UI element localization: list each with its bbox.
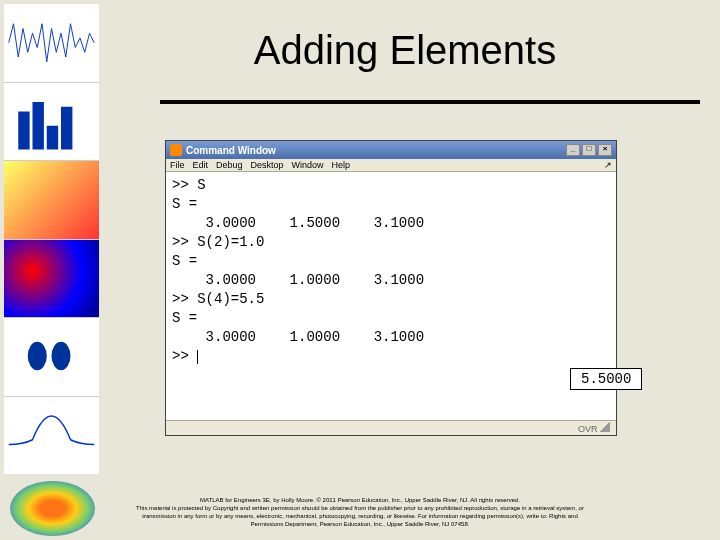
thumb-surface-plot — [4, 161, 99, 240]
thumb-sinc-plot — [4, 397, 99, 475]
thumb-density-plot — [4, 318, 99, 397]
svg-rect-3 — [33, 102, 44, 150]
cursor-icon — [197, 350, 198, 364]
cmd-line: >> S — [172, 176, 610, 195]
footer-line: transmission in any form or by any means… — [20, 512, 700, 520]
window-title: Command Window — [186, 145, 564, 156]
prompt-line: >> — [172, 347, 610, 366]
output-line: S = — [172, 252, 610, 271]
thumb-signal-plot — [4, 4, 99, 83]
matlab-icon — [170, 144, 182, 156]
svg-rect-5 — [61, 106, 72, 149]
output-line: S = — [172, 309, 610, 328]
svg-rect-4 — [47, 125, 58, 149]
close-button[interactable]: × — [598, 144, 612, 156]
footer-line: This material is protected by Copyright … — [20, 504, 700, 512]
status-ovr: OVR — [578, 424, 598, 434]
command-content[interactable]: >> S S = 3.0000 1.5000 3.1000 >> S(2)=1.… — [166, 172, 616, 420]
output-line: 3.0000 1.0000 3.1000 — [172, 271, 610, 290]
svg-rect-2 — [18, 111, 29, 149]
menu-debug[interactable]: Debug — [216, 160, 243, 170]
command-window: Command Window _ □ × File Edit Debug Des… — [165, 140, 617, 436]
output-line: 3.0000 1.5000 3.1000 — [172, 214, 610, 233]
output-line: S = — [172, 195, 610, 214]
svg-rect-9 — [4, 397, 99, 473]
svg-rect-0 — [4, 5, 99, 81]
menu-window[interactable]: Window — [292, 160, 324, 170]
copyright-footer: MATLAB for Engineers 3E, by Holly Moore.… — [20, 496, 700, 528]
thumb-bar-chart — [4, 83, 99, 162]
status-bar: OVR — [166, 420, 616, 435]
menu-bar: File Edit Debug Desktop Window Help ↗ — [166, 159, 616, 172]
window-titlebar[interactable]: Command Window _ □ × — [166, 141, 616, 159]
minimize-button[interactable]: _ — [566, 144, 580, 156]
cmd-line: >> S(4)=5.5 — [172, 290, 610, 309]
footer-line: Permissions Department, Pearson Educatio… — [20, 520, 700, 528]
menu-edit[interactable]: Edit — [193, 160, 209, 170]
svg-point-8 — [52, 342, 71, 371]
cmd-line: >> S(2)=1.0 — [172, 233, 610, 252]
thumbnail-strip — [4, 4, 99, 474]
title-underline — [160, 100, 700, 104]
slide-title: Adding Elements — [110, 28, 700, 73]
menu-file[interactable]: File — [170, 160, 185, 170]
maximize-button[interactable]: □ — [582, 144, 596, 156]
footer-line: MATLAB for Engineers 3E, by Holly Moore.… — [20, 496, 700, 504]
thumb-fractal-plot — [4, 240, 99, 319]
output-line: 3.0000 1.0000 3.1000 — [172, 328, 610, 347]
svg-point-7 — [28, 342, 47, 371]
undock-icon[interactable]: ↗ — [604, 160, 612, 170]
resize-grip-icon[interactable] — [600, 422, 610, 432]
menu-help[interactable]: Help — [332, 160, 351, 170]
highlight-new-element: 5.5000 — [570, 368, 642, 390]
menu-desktop[interactable]: Desktop — [251, 160, 284, 170]
